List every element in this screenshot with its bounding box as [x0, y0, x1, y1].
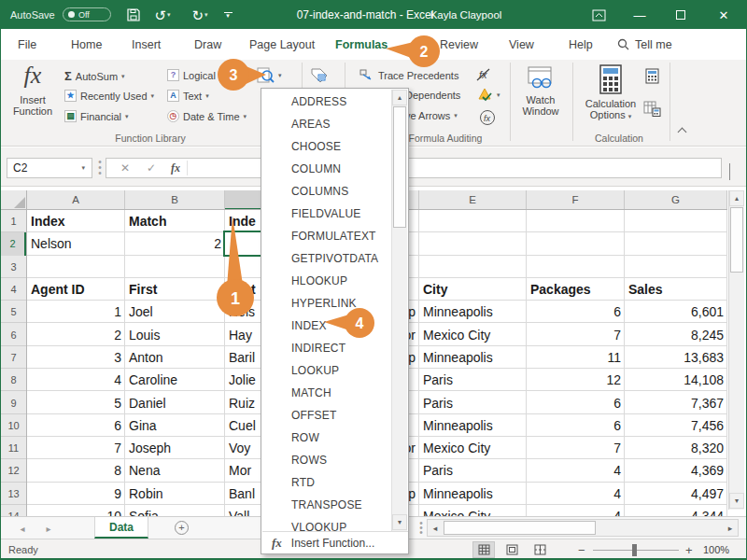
- ribbon-display-options-button[interactable]: [578, 1, 619, 29]
- zoom-out-button[interactable]: −: [578, 539, 585, 560]
- autosum-button[interactable]: Σ AutoSum ▾: [64, 69, 125, 83]
- cell-a14[interactable]: 10: [27, 505, 125, 516]
- menu-item-hyperlink[interactable]: HYPERLINK: [263, 292, 391, 315]
- calculation-options-button[interactable]: Calculation Options ▾: [580, 64, 641, 120]
- tab-home[interactable]: Home: [71, 29, 102, 60]
- row-header-7[interactable]: 7: [1, 346, 26, 369]
- cell-g8[interactable]: 14,108: [625, 369, 727, 391]
- cell-g4[interactable]: Sales: [625, 278, 727, 301]
- zoom-in-button[interactable]: +: [685, 539, 693, 560]
- cell-e8[interactable]: Paris: [419, 369, 527, 391]
- cell-f13[interactable]: 4: [527, 483, 625, 505]
- page-layout-view-button[interactable]: [500, 541, 523, 558]
- vertical-scrollbar[interactable]: ▴ ▾: [728, 190, 744, 510]
- menu-item-index[interactable]: INDEX: [263, 315, 391, 337]
- menu-item-indirect[interactable]: INDIRECT: [263, 337, 391, 359]
- expand-formula-bar-button[interactable]: [729, 164, 730, 181]
- cell-g10[interactable]: 7,456: [625, 414, 727, 437]
- maximize-button[interactable]: [660, 1, 701, 29]
- trace-precedents-button[interactable]: Trace Precedents: [359, 69, 458, 82]
- user-account[interactable]: Kayla Claypool: [419, 1, 513, 29]
- date-time-button[interactable]: ◷ Date & Time ▾: [167, 110, 247, 122]
- menu-scroll-thumb[interactable]: [393, 106, 406, 228]
- calculate-now-button[interactable]: [645, 68, 659, 84]
- redo-button[interactable]: ↻▾: [186, 1, 214, 29]
- row-header-10[interactable]: 10: [1, 414, 26, 437]
- cell-e6[interactable]: Mexico City: [419, 324, 527, 346]
- cell-a4[interactable]: Agent ID: [27, 278, 125, 301]
- menu-item-formulatext[interactable]: FORMULATEXT: [263, 225, 391, 247]
- cell-e4[interactable]: City: [419, 278, 527, 301]
- defined-names-button[interactable]: [310, 67, 329, 85]
- menu-item-transpose[interactable]: TRANSPOSE: [263, 494, 391, 516]
- cell-b4[interactable]: First: [125, 278, 225, 301]
- cell-f14[interactable]: 4: [527, 505, 625, 516]
- cell-g9[interactable]: 7,367: [625, 391, 727, 413]
- logical-button[interactable]: ? Logical ▾: [167, 69, 222, 81]
- sheet-tab-data[interactable]: Data: [94, 517, 148, 539]
- column-header-e[interactable]: E: [419, 190, 527, 209]
- menu-item-areas[interactable]: AREAS: [263, 113, 391, 135]
- menu-item-column[interactable]: COLUMN: [263, 158, 391, 180]
- cell-e12[interactable]: Paris: [419, 459, 527, 482]
- cell-e13[interactable]: Minneapolis: [419, 483, 527, 505]
- row-header-8[interactable]: 8: [1, 369, 26, 391]
- normal-view-button[interactable]: [472, 541, 495, 558]
- menu-item-insert-function[interactable]: fx Insert Function...: [262, 532, 408, 553]
- cell-f10[interactable]: 6: [527, 414, 625, 437]
- horizontal-scroll-thumb[interactable]: [444, 521, 596, 535]
- show-formulas-button[interactable]: fx: [475, 67, 492, 82]
- minimize-button[interactable]: —: [619, 1, 660, 29]
- zoom-level[interactable]: 100%: [703, 539, 729, 560]
- cell-b11[interactable]: Joseph: [125, 437, 225, 459]
- cell-a10[interactable]: 6: [27, 414, 125, 437]
- watch-window-button[interactable]: Watch Window: [516, 65, 565, 117]
- sheet-prev-icon[interactable]: ◂: [12, 517, 33, 539]
- cell-b1[interactable]: Match: [125, 210, 225, 232]
- cell-a9[interactable]: 5: [27, 391, 125, 413]
- menu-item-address[interactable]: ADDRESS: [263, 91, 391, 113]
- cell-a1[interactable]: Index: [27, 210, 125, 232]
- menu-item-columns[interactable]: COLUMNS: [263, 180, 391, 203]
- row-header-3[interactable]: 3: [1, 256, 26, 278]
- row-header-11[interactable]: 11: [1, 437, 26, 459]
- cell-g5[interactable]: 6,601: [625, 301, 727, 323]
- tab-formulas[interactable]: Formulas: [335, 29, 388, 60]
- financial-button[interactable]: ▤ Financial ▾: [64, 110, 129, 122]
- cell-a13[interactable]: 9: [27, 483, 125, 505]
- row-header-12[interactable]: 12: [1, 459, 26, 482]
- cell-e14[interactable]: Mexico City: [419, 505, 527, 516]
- menu-item-choose[interactable]: CHOOSE: [263, 135, 391, 158]
- horizontal-scrollbar[interactable]: ◂ ▸: [427, 519, 739, 537]
- page-break-view-button[interactable]: [529, 541, 551, 558]
- row-header-13[interactable]: 13: [1, 483, 26, 505]
- cell-f11[interactable]: 7: [527, 437, 625, 459]
- cell-g13[interactable]: 4,497: [625, 483, 727, 505]
- cell-b14[interactable]: Sofia: [125, 505, 225, 516]
- tab-page-layout[interactable]: Page Layout: [249, 29, 315, 60]
- enter-button[interactable]: ✓: [140, 159, 162, 177]
- cell-g11[interactable]: 8,320: [625, 437, 727, 459]
- cell-g12[interactable]: 4,369: [625, 459, 727, 482]
- menu-item-getpivotdata[interactable]: GETPIVOTDATA: [263, 247, 391, 270]
- cell-b7[interactable]: Anton: [125, 346, 225, 369]
- insert-function-button[interactable]: fx Insert Function: [7, 63, 59, 117]
- save-button[interactable]: [123, 1, 144, 29]
- row-header-1[interactable]: 1: [1, 210, 26, 232]
- cell-e7[interactable]: Minneapolis: [419, 346, 527, 369]
- menu-scrollbar[interactable]: ▴ ▾: [391, 90, 407, 531]
- cell-g6[interactable]: 8,245: [625, 324, 727, 346]
- scroll-up-icon[interactable]: ▴: [729, 190, 744, 206]
- select-all-corner[interactable]: [1, 190, 27, 210]
- cell-f7[interactable]: 11: [527, 346, 625, 369]
- cancel-button[interactable]: ✕: [114, 159, 136, 177]
- cell-a6[interactable]: 2: [27, 324, 125, 346]
- cell-a12[interactable]: 8: [27, 459, 125, 482]
- tab-draw[interactable]: Draw: [194, 29, 221, 60]
- cell-b10[interactable]: Gina: [125, 414, 225, 437]
- scroll-left-icon[interactable]: ◂: [428, 520, 443, 536]
- cell-f9[interactable]: 6: [527, 391, 625, 413]
- cell-b12[interactable]: Nena: [125, 459, 225, 482]
- cell-a8[interactable]: 4: [27, 369, 125, 391]
- column-header-g[interactable]: G: [625, 190, 727, 209]
